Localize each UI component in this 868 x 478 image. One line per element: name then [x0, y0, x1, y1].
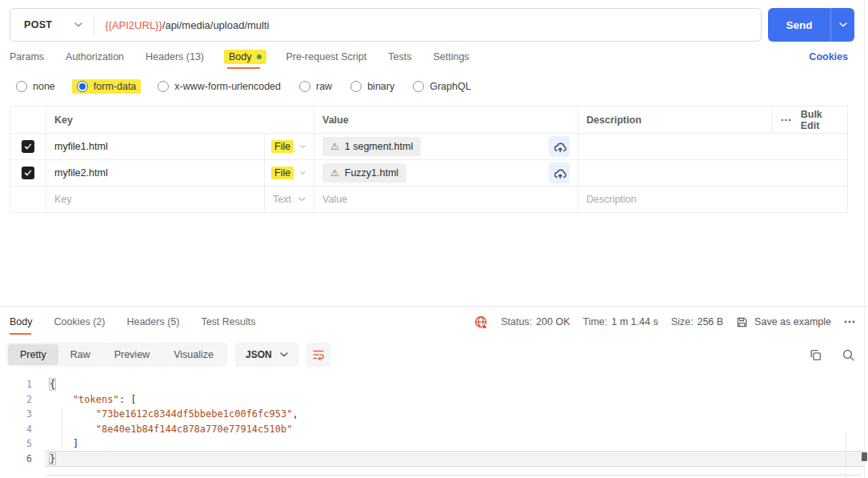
- network-warning-icon[interactable]: [474, 315, 488, 329]
- mode-x-www-form-urlencoded[interactable]: x-www-form-urlencoded: [158, 81, 281, 92]
- size-label: Size:: [671, 316, 694, 327]
- view-pretty[interactable]: Pretty: [8, 344, 58, 365]
- upload-file-button[interactable]: [549, 163, 570, 183]
- mode-graphql-label: GraphQL: [430, 81, 470, 92]
- chevron-down-icon: [300, 144, 306, 149]
- size-badge: Size:256 B: [671, 316, 723, 327]
- mode-raw[interactable]: raw: [299, 81, 332, 92]
- horizontal-scrollbar-track[interactable]: [46, 474, 862, 476]
- mode-binary[interactable]: binary: [350, 81, 394, 92]
- type-dropdown[interactable]: File: [273, 140, 306, 153]
- tab-pre-request-script[interactable]: Pre-request Script: [286, 51, 367, 62]
- mode-urlencoded-label: x-www-form-urlencoded: [174, 81, 281, 92]
- line-number: 5: [0, 438, 32, 449]
- row-checkbox-checked[interactable]: [22, 140, 34, 153]
- response-body-editor[interactable]: 1 { 2 "tokens": [ 3 "73be1612c8344df5bbe…: [0, 374, 868, 466]
- type-dropdown[interactable]: Text: [273, 194, 306, 205]
- response-tab-body[interactable]: Body: [10, 316, 33, 327]
- file-name: 1 segment.html: [345, 141, 413, 152]
- method-selector[interactable]: POST: [10, 19, 94, 30]
- tab-params[interactable]: Params: [10, 51, 44, 62]
- mode-form-data-label: form-data: [94, 81, 137, 92]
- type-cell: File: [265, 134, 314, 159]
- close-bracket: ]: [73, 438, 78, 449]
- row-checkbox-checked[interactable]: [22, 167, 34, 179]
- cloud-upload-icon: [553, 140, 566, 154]
- type-dropdown[interactable]: File: [273, 167, 306, 179]
- json-line: 2 "tokens": [: [0, 392, 868, 408]
- type-cell: Text: [265, 187, 314, 212]
- response-tab-test-results[interactable]: Test Results: [201, 316, 255, 327]
- save-as-example-button[interactable]: Save as example: [736, 316, 831, 328]
- search-response-button[interactable]: [842, 348, 855, 362]
- send-options-button[interactable]: [830, 8, 854, 42]
- view-visualize[interactable]: Visualize: [162, 344, 226, 365]
- header-value: Value: [314, 106, 578, 133]
- response-tab-headers[interactable]: Headers (5): [126, 316, 179, 327]
- form-data-table: Key Value Description Bulk Edit myfile1.…: [10, 106, 848, 213]
- language-dropdown[interactable]: JSON: [235, 343, 298, 367]
- tab-tests[interactable]: Tests: [388, 51, 411, 62]
- key-value: myfile1.html: [54, 141, 108, 152]
- mode-none-label: none: [33, 81, 55, 92]
- url-input[interactable]: {{API2URL}}/api/media/upload/multi: [94, 19, 761, 31]
- file-chip[interactable]: ⚠ Fuzzy1.html: [322, 163, 406, 183]
- more-options-icon[interactable]: [781, 118, 791, 122]
- description-placeholder: Description: [586, 194, 637, 205]
- line-number: 3: [0, 408, 32, 420]
- key-cell[interactable]: myfile2.html: [46, 160, 265, 186]
- url-variable: {{API2URL}}: [105, 19, 162, 31]
- tab-headers[interactable]: Headers (13): [146, 51, 204, 62]
- json-line: 5 ]: [0, 436, 868, 452]
- description-cell[interactable]: [578, 160, 848, 186]
- save-icon: [736, 316, 748, 328]
- cookies-link[interactable]: Cookies: [809, 51, 848, 62]
- status-label: Status:: [501, 316, 532, 327]
- check-icon: [23, 168, 33, 178]
- line-number: 1: [0, 379, 32, 390]
- mode-binary-label: binary: [367, 81, 394, 92]
- more-options-icon[interactable]: [844, 320, 855, 323]
- value-cell[interactable]: Value: [314, 187, 578, 212]
- header-description: Description: [578, 106, 773, 133]
- copy-response-button[interactable]: [809, 348, 822, 362]
- mode-form-data[interactable]: form-data: [72, 79, 142, 94]
- bulk-edit-button[interactable]: Bulk Edit: [801, 109, 840, 131]
- radio-selected-icon: [77, 81, 88, 92]
- body-tab-highlight: Body: [224, 50, 266, 64]
- language-label: JSON: [246, 349, 272, 360]
- json-key-tokens: "tokens": [73, 394, 119, 405]
- size-value: 256 B: [697, 316, 723, 327]
- chevron-down-icon: [280, 352, 288, 357]
- key-cell[interactable]: myfile1.html: [46, 134, 265, 159]
- tab-body[interactable]: Body: [226, 51, 265, 62]
- table-row: myfile2.html File ⚠ Fuzzy1.html: [10, 159, 847, 186]
- view-preview[interactable]: Preview: [102, 344, 162, 365]
- mode-graphql[interactable]: GraphQL: [413, 81, 470, 92]
- description-cell[interactable]: [578, 134, 848, 159]
- scrollbar-thumb[interactable]: [862, 452, 867, 461]
- mode-none[interactable]: none: [16, 81, 55, 92]
- section-divider: [0, 213, 868, 307]
- file-chip[interactable]: ⚠ 1 segment.html: [322, 137, 421, 156]
- wrap-lines-button[interactable]: [306, 343, 330, 367]
- warning-icon: ⚠: [330, 168, 339, 178]
- response-tab-cookies[interactable]: Cookies (2): [54, 316, 106, 327]
- header-select-cell: [10, 106, 46, 133]
- method-label: POST: [24, 19, 52, 30]
- url-path: /api/media/upload/multi: [162, 19, 270, 31]
- tab-authorization[interactable]: Authorization: [66, 51, 124, 62]
- radio-icon: [413, 81, 424, 92]
- radio-icon: [299, 81, 310, 92]
- time-value: 1 m 1.44 s: [611, 316, 658, 327]
- json-line: 3 "73be1612c8344df5bbebe1c00f6fc953",: [0, 407, 868, 422]
- upload-file-button[interactable]: [549, 136, 570, 157]
- tab-body-label: Body: [229, 51, 252, 62]
- view-raw[interactable]: Raw: [58, 344, 102, 365]
- status-badge: Status:200 OK: [501, 316, 570, 327]
- status-value: 200 OK: [536, 316, 570, 327]
- send-button[interactable]: Send: [768, 8, 830, 42]
- tab-settings[interactable]: Settings: [433, 51, 469, 62]
- description-cell[interactable]: Description: [578, 187, 848, 212]
- key-cell[interactable]: Key: [46, 187, 265, 212]
